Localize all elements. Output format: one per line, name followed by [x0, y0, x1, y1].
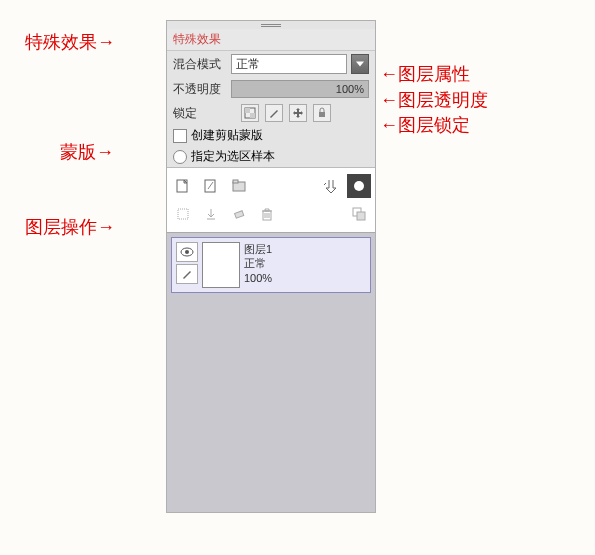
annotation-special-fx: 特殊效果→ [25, 30, 115, 54]
clip-mask-checkbox[interactable] [173, 129, 187, 143]
selection-source-label: 指定为选区样本 [191, 148, 275, 165]
layer-list: 图层1 正常 100% [167, 232, 375, 512]
lock-row: 锁定 [167, 101, 375, 125]
layer-info: 图层1 正常 100% [244, 242, 272, 288]
layer-opacity-text: 100% [244, 271, 272, 285]
pencil-icon [181, 268, 193, 280]
eye-icon [180, 247, 194, 257]
blend-mode-label: 混合模式 [173, 56, 227, 73]
annotation-layer-lock: ←图层锁定 [380, 113, 470, 137]
annotation-mask: 蒙版→ [60, 140, 114, 164]
opacity-label: 不透明度 [173, 81, 227, 98]
svg-rect-3 [319, 112, 325, 117]
layer-item[interactable]: 图层1 正常 100% [171, 237, 371, 293]
transfer-down-button[interactable] [319, 174, 343, 198]
svg-point-8 [354, 181, 364, 191]
svg-rect-7 [233, 180, 238, 183]
opacity-slider[interactable]: 100% [231, 80, 369, 98]
delete-layer-button[interactable] [255, 202, 279, 226]
layers-panel: 特殊效果 混合模式 正常 不透明度 100% 锁定 [166, 20, 376, 513]
annotation-layer-ops: 图层操作→ [25, 215, 115, 239]
layer-name: 图层1 [244, 242, 272, 256]
merge-button[interactable] [199, 202, 223, 226]
lock-transparency-icon[interactable] [241, 104, 259, 122]
clip-mask-row[interactable]: 创建剪贴蒙版 [167, 125, 375, 146]
svg-rect-13 [357, 212, 365, 220]
lock-label: 锁定 [173, 105, 227, 122]
svg-rect-10 [235, 211, 244, 218]
chevron-down-icon [356, 61, 364, 67]
new-layer-button[interactable] [171, 174, 195, 198]
svg-point-15 [185, 250, 189, 254]
layer-thumbnail[interactable] [202, 242, 240, 288]
visibility-toggle[interactable] [176, 242, 198, 262]
annotation-layer-props: ←图层属性 [380, 62, 470, 86]
clear-layer-button[interactable] [171, 202, 195, 226]
clip-mask-label: 创建剪贴蒙版 [191, 127, 263, 144]
new-linework-button[interactable] [199, 174, 223, 198]
edit-toggle[interactable] [176, 264, 198, 284]
lock-all-icon[interactable] [313, 104, 331, 122]
apply-mask-button[interactable] [347, 202, 371, 226]
svg-rect-1 [245, 108, 250, 113]
panel-grip[interactable] [167, 21, 375, 29]
new-set-button[interactable] [227, 174, 251, 198]
blend-dropdown-button[interactable] [351, 54, 369, 74]
selection-source-row[interactable]: 指定为选区样本 [167, 146, 375, 167]
opacity-row: 不透明度 100% [167, 77, 375, 101]
lock-paint-icon[interactable] [265, 104, 283, 122]
section-header-fx: 特殊效果 [167, 29, 375, 51]
annotation-layer-opacity: ←图层透明度 [380, 88, 488, 112]
selection-source-radio[interactable] [173, 150, 187, 164]
blend-mode-select[interactable]: 正常 [231, 54, 347, 74]
layer-mode: 正常 [244, 256, 272, 270]
svg-rect-9 [178, 209, 188, 219]
blend-mode-row: 混合模式 正常 [167, 51, 375, 77]
layer-toolbar [167, 167, 375, 232]
svg-rect-2 [250, 113, 255, 118]
mask-button[interactable] [347, 174, 371, 198]
lock-move-icon[interactable] [289, 104, 307, 122]
erase-button[interactable] [227, 202, 251, 226]
